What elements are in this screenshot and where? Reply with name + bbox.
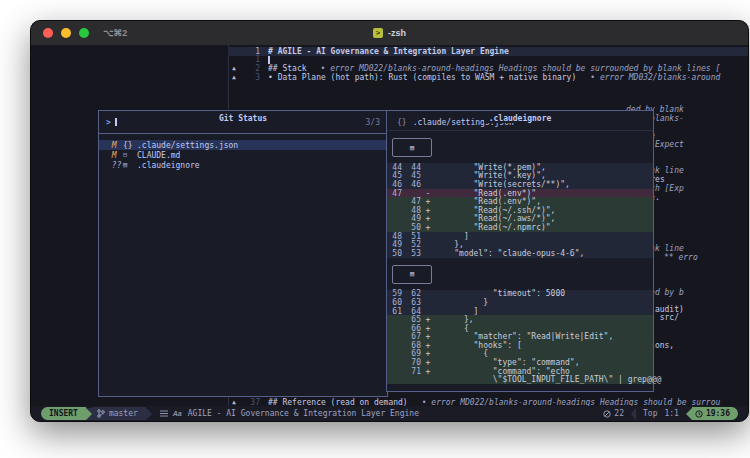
editor-area: 1# AGILE - AI Governance & Integration L… bbox=[31, 45, 748, 406]
close-button[interactable] bbox=[43, 28, 53, 38]
diff-line: 70+ "type": "command", bbox=[387, 358, 653, 367]
git-status-code: ?? bbox=[107, 161, 123, 170]
shell-icon: > bbox=[373, 28, 383, 38]
diff-sign: + bbox=[421, 223, 435, 232]
new-line-number: 71 bbox=[406, 367, 421, 376]
json-icon: {} bbox=[123, 141, 137, 150]
git-file-row[interactable]: M⊟CLAUDE.md bbox=[99, 150, 387, 160]
diff-file-header: {} .claude/settings.json bbox=[387, 111, 653, 131]
diff-line: 4851 ] bbox=[387, 232, 653, 241]
buffer-top-lines: 1# AGILE - AI Governance & Integration L… bbox=[228, 47, 748, 81]
diff-line: 65+ }, bbox=[387, 315, 653, 324]
file-icon: ▤ bbox=[123, 161, 137, 169]
file-name: .claudeignore bbox=[137, 161, 200, 170]
clock-time: 19:36 bbox=[706, 409, 730, 418]
buffer-line: ▲37## Reference (read on demand)• error … bbox=[228, 398, 748, 406]
old-line-number: 47 bbox=[387, 189, 402, 198]
mode-indicator: INSERT bbox=[41, 407, 86, 420]
git-status-code: M bbox=[107, 151, 123, 160]
diff-line: 4952 }, bbox=[387, 240, 653, 249]
fzf-prompt[interactable]: > 3/3 bbox=[99, 111, 387, 134]
new-line-number: 53 bbox=[406, 249, 421, 258]
warning-sign-icon: ▲ bbox=[228, 73, 240, 81]
cursor-position: 1:1 bbox=[664, 409, 678, 418]
clock-segment: 19:36 bbox=[686, 407, 748, 420]
diff-line: 49+ "Read(~/.aws/*)", bbox=[387, 215, 653, 224]
diagnostic-text: • error MD032/blanks-around bbox=[590, 73, 720, 82]
warning-sign-icon: ▲ bbox=[228, 398, 240, 406]
diff-line: 4646 "Write(secrets/**)", bbox=[387, 180, 653, 189]
buffer-line: 1# AGILE - AI Governance & Integration L… bbox=[228, 47, 748, 56]
tab-title: -zsh bbox=[388, 28, 406, 38]
diff-preview-window: .claudeignore {} .claude/settings.json ▤… bbox=[386, 110, 654, 392]
line-text: # AGILE - AI Governance & Integration La… bbox=[268, 47, 509, 56]
diff-line: 67+ "matcher": "Read|Write|Edit", bbox=[387, 333, 653, 342]
git-branch-segment: master bbox=[92, 407, 146, 420]
terminal-tab[interactable]: > -zsh bbox=[31, 21, 748, 45]
diff-line: 6164 ] bbox=[387, 307, 653, 316]
diff-text: \"$TOOL_INPUT_FILE_PATH\" | grep@@@ bbox=[435, 375, 661, 384]
markdown-format-icon: Aa bbox=[173, 410, 182, 417]
hunk-header-box: ▤ bbox=[392, 265, 432, 284]
terminal-window: ⌥⌘2 > -zsh 1# AGILE - AI Governance & In… bbox=[30, 20, 749, 422]
circle-slash-icon bbox=[603, 410, 611, 418]
git-status-code: M bbox=[107, 141, 123, 150]
text-cursor bbox=[115, 118, 117, 126]
minimize-button[interactable] bbox=[61, 28, 71, 38]
diff-line: 71+ "command": "echo bbox=[387, 367, 653, 376]
window-shortcut-label: ⌥⌘2 bbox=[103, 28, 127, 38]
diff-line: 5053 "model": "claude-opus-4-6", bbox=[387, 249, 653, 258]
new-line-number: 46 bbox=[406, 180, 421, 189]
window-titlebar: ⌥⌘2 > -zsh bbox=[31, 21, 748, 46]
branch-name: master bbox=[109, 409, 138, 418]
markdown-icon: ⊟ bbox=[123, 151, 137, 159]
diff-line: 4545 "Write(*.key)", bbox=[387, 172, 653, 181]
prompt-icon: > bbox=[106, 118, 111, 127]
buffer-line: ▲2## Stack• error MD022/blanks-around-he… bbox=[228, 64, 748, 73]
diff-body: ▤4444 "Write(*.pem)",4545 "Write(*.key)"… bbox=[387, 138, 653, 384]
diff-line: 4444 "Write(*.pem)", bbox=[387, 163, 653, 172]
old-line-number: 50 bbox=[387, 249, 402, 258]
buffer-line: 1 bbox=[228, 56, 748, 65]
screenshot-root: ⌥⌘2 > -zsh 1# AGILE - AI Governance & In… bbox=[0, 0, 750, 458]
diff-line: 69+ { bbox=[387, 350, 653, 359]
traffic-lights bbox=[43, 28, 89, 38]
git-file-row[interactable]: ??▤.claudeignore bbox=[99, 160, 387, 170]
separator-chevron bbox=[631, 408, 636, 420]
scroll-position: Top bbox=[643, 409, 657, 418]
diff-line: 48+ "Read(~/.ssh/*)", bbox=[387, 206, 653, 215]
diff-file-name: .claude/settings.json bbox=[413, 118, 514, 127]
clock-icon bbox=[695, 410, 703, 418]
result-counter: 3/3 bbox=[366, 118, 380, 127]
branch-icon bbox=[97, 409, 105, 418]
diff-line: \"$TOOL_INPUT_FILE_PATH\" | grep@@@ bbox=[387, 375, 653, 384]
line-text: ## Reference (read on demand) bbox=[268, 398, 408, 406]
buffer-text-fragment: ** erro bbox=[664, 253, 698, 262]
plugin-count: 22 bbox=[603, 409, 624, 418]
line-text: • Data Plane (hot path): Rust (compiles … bbox=[268, 73, 576, 82]
file-icon: ▤ bbox=[410, 144, 414, 152]
warning-sign-icon: ▲ bbox=[228, 64, 240, 72]
hunk-header-box: ▤ bbox=[392, 138, 432, 157]
diff-line: 6063 } bbox=[387, 298, 653, 307]
insert-cursor bbox=[268, 56, 270, 64]
statusline-filename: AGILE - AI Governance & Integration Laye… bbox=[188, 409, 419, 418]
zoom-button[interactable] bbox=[79, 28, 89, 38]
line-number: 3 bbox=[240, 73, 268, 82]
git-file-row[interactable]: M{}.claude/settings.json bbox=[99, 140, 387, 150]
line-number: 37 bbox=[240, 398, 268, 406]
diagnostic-text: • error MD022/blanks-around-headings Hea… bbox=[422, 398, 721, 406]
diff-sign: + bbox=[421, 367, 435, 376]
file-name: CLAUDE.md bbox=[137, 151, 180, 160]
diff-line: 47- "Read(.env*)" bbox=[387, 189, 653, 198]
file-name: .claude/settings.json bbox=[137, 141, 238, 150]
json-icon: {} bbox=[397, 118, 407, 127]
diff-line: 68+ "hooks": [ bbox=[387, 341, 653, 350]
diff-line: 66+ { bbox=[387, 324, 653, 333]
git-status-results: M{}.claude/settings.json M⊟CLAUDE.md ??▤… bbox=[99, 134, 387, 170]
separator-chevron bbox=[146, 408, 152, 420]
diff-text: "model": "claude-opus-4-6", bbox=[435, 249, 584, 258]
git-status-window: Git Status > 3/3 M{}.claude/settings.jso… bbox=[98, 110, 388, 397]
old-line-number: 61 bbox=[387, 307, 402, 316]
file-icon: ▤ bbox=[410, 270, 414, 278]
